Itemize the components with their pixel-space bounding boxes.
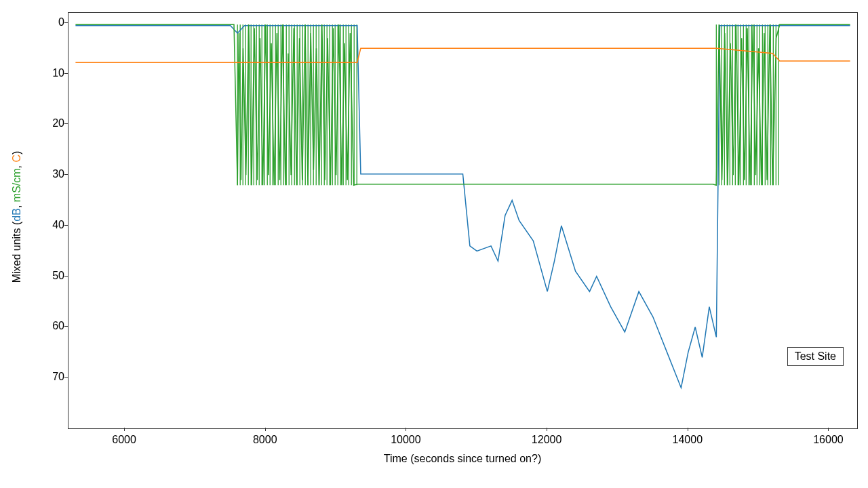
- x-tick: 10000: [391, 434, 421, 446]
- y-tick: 40: [44, 219, 64, 231]
- y-tick: 70: [44, 371, 64, 383]
- plot-area: Test Site: [68, 12, 858, 429]
- y-tick: 20: [44, 117, 64, 129]
- x-tick: 8000: [253, 434, 277, 446]
- y-tick: 30: [44, 168, 64, 180]
- y-tick: 0: [44, 16, 64, 28]
- x-axis-label: Time (seconds since turned on?): [384, 453, 541, 465]
- y-tick: 60: [44, 320, 64, 332]
- x-tick: 6000: [112, 434, 136, 446]
- series-dB: [75, 26, 850, 388]
- y-tick: 10: [44, 67, 64, 79]
- x-tick: 14000: [673, 434, 703, 446]
- x-tick: 16000: [813, 434, 844, 446]
- y-axis-label: Mixed units (dB, mS/cm, C): [11, 151, 23, 283]
- legend: Test Site: [787, 347, 844, 366]
- y-tick: 50: [44, 270, 64, 282]
- chart-lines: [68, 13, 857, 428]
- x-tick: 12000: [532, 434, 562, 446]
- legend-label: Test Site: [795, 350, 836, 362]
- series-C: [75, 48, 850, 62]
